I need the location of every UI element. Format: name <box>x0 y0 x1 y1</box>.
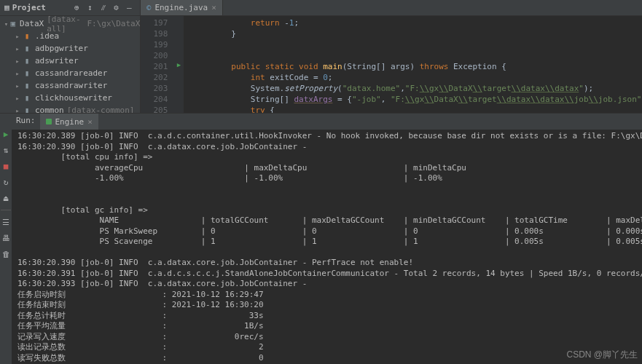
run-tabs: Run: Engine × <box>12 114 642 130</box>
tab-close-icon[interactable]: × <box>211 3 216 12</box>
run-gutter: ▶ <box>173 16 184 113</box>
divide-icon[interactable]: ⫽ <box>96 1 109 15</box>
editor-area: © Engine.java × 197198199200201202203204… <box>141 0 642 113</box>
updown-icon[interactable]: ⇅ <box>0 144 12 156</box>
run-tab-close-icon[interactable]: × <box>87 117 93 127</box>
editor-tabs: © Engine.java × <box>141 0 642 16</box>
layout-icon[interactable]: ☰ <box>0 216 12 228</box>
console-output[interactable]: 16:30:20.389 [job-0] INFO c.a.d.c.contai… <box>12 130 642 364</box>
tree-item[interactable]: ▸▮common[datax-common] <box>0 104 140 113</box>
editor-tab[interactable]: © Engine.java × <box>141 0 223 15</box>
rerun-icon[interactable]: ▶ <box>0 128 12 140</box>
tab-filename: Engine.java <box>154 3 208 12</box>
tree-item[interactable]: ▸▮cassandrawriter <box>0 79 140 92</box>
source-code[interactable]: return -1; } public static void main(Str… <box>184 16 642 113</box>
restart-icon[interactable]: ↻ <box>0 176 12 188</box>
expand-icon[interactable]: ↕ <box>83 1 96 15</box>
tree-root[interactable]: ▾▣ DataX [datax-all] F:\gx\DataX <box>0 17 140 30</box>
print-icon[interactable]: 🖶 <box>0 232 12 244</box>
run-config-icon <box>46 119 52 124</box>
tree-label: DataX <box>20 19 44 28</box>
tree-item[interactable]: ▸▮adbpgwriter <box>0 42 140 55</box>
project-title: Project <box>12 3 71 12</box>
tree-item[interactable]: ▸▮adswriter <box>0 55 140 67</box>
gear-icon[interactable]: ⚙ <box>109 1 122 15</box>
class-icon: © <box>146 4 151 12</box>
tree-item[interactable]: ▸▮clickhousewriter <box>0 92 140 104</box>
run-panel: ▶ ⇅ ■ ↻ ⏏ ☰ 🖶 🗑 Run: Engine × 16:30:20.3… <box>0 113 642 364</box>
watermark: CSDN @脚丫先生 <box>566 349 638 361</box>
exit-icon[interactable]: ⏏ <box>0 192 12 204</box>
run-tab[interactable]: Engine × <box>40 114 98 130</box>
project-tree: ▾▣ DataX [datax-all] F:\gx\DataX ▸▮.idea… <box>0 16 140 113</box>
trash-icon[interactable]: 🗑 <box>0 248 12 260</box>
stop-icon[interactable]: ■ <box>0 160 12 172</box>
run-label: Run: <box>12 114 40 130</box>
project-sidebar: ▦ Project ⊕ ↕ ⫽ ⚙ — ▾▣ DataX [datax-all]… <box>0 0 141 113</box>
run-tab-name: Engine <box>55 117 85 127</box>
crosshair-icon[interactable]: ⊕ <box>70 1 83 15</box>
project-header: ▦ Project ⊕ ↕ ⫽ ⚙ — <box>0 0 140 16</box>
hide-icon[interactable]: — <box>122 1 136 15</box>
tree-item[interactable]: ▸▮cassandrareader <box>0 67 140 79</box>
code-editor[interactable]: 197198199200201202203204205206207 ▶ retu… <box>141 16 642 113</box>
line-gutter: 197198199200201202203204205206207 <box>141 16 173 113</box>
run-toolbar: ▶ ⇅ ■ ↻ ⏏ ☰ 🖶 🗑 <box>0 114 12 364</box>
